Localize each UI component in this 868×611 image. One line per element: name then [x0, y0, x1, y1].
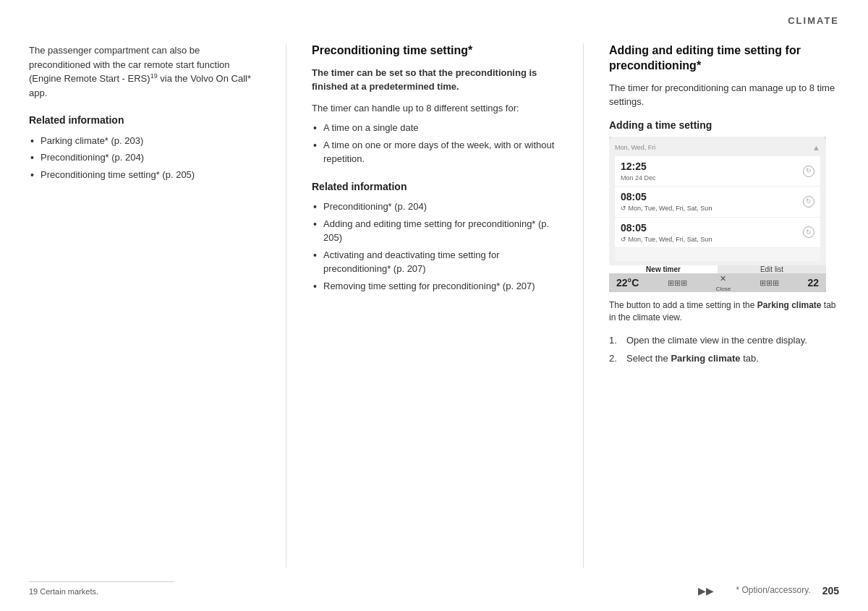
col2-body: The timer can handle up to 8 different s…: [312, 101, 558, 116]
screen-entry-2: 08:05 ↺ Mon, Tue, Wed, Fri, Sat, Sun ↻: [615, 187, 820, 216]
screen-list: Mon, Wed, Fri ▲ 12:25 Mon 24 Dec ↻: [609, 137, 826, 265]
list-item: Removing time setting for preconditionin…: [312, 279, 558, 294]
entry3-time: 08:05: [621, 221, 712, 235]
entry2-time: 08:05: [621, 189, 712, 204]
temp-right: 22: [807, 275, 819, 290]
screen-row-header: Mon, Wed, Fri ▲: [615, 141, 820, 155]
col2-related-heading: Related information: [312, 179, 558, 194]
col-divider-2: [583, 43, 584, 568]
entry3-sub: ↺ Mon, Tue, Wed, Fri, Sat, Sun: [621, 235, 712, 244]
screen-buttons: New timer Edit list: [609, 265, 826, 273]
list-item: A time on a single date: [312, 121, 558, 135]
screen-header-text: Mon, Wed, Fri: [615, 143, 655, 153]
col1-footnote-ref: 19: [150, 72, 158, 80]
col3-heading: Adding and editing time setting for prec…: [609, 43, 839, 74]
new-timer-button[interactable]: New timer: [609, 265, 718, 273]
close-button[interactable]: ✕ Close: [716, 273, 731, 292]
column-2: Preconditioning time setting* The timer …: [312, 43, 558, 568]
edit-list-button[interactable]: Edit list: [718, 265, 826, 273]
list-item: Preconditioning* (p. 204): [29, 150, 260, 165]
screen-bottom-bar: 22°C ⊞⊞⊞ ✕ Close ⊞⊞⊞ 22: [609, 273, 826, 292]
fan-icon-right: ⊞⊞⊞: [760, 278, 779, 289]
fan-icon-left: ⊞⊞⊞: [668, 278, 687, 289]
entry2-icon: ↻: [803, 196, 814, 208]
entry1-icon: ↻: [803, 166, 814, 177]
footer-right: ▶▶ * Option/accessory. 205: [698, 584, 839, 598]
col3-intro: The timer for preconditioning can manage…: [609, 81, 839, 109]
column-3: Adding and editing time setting for prec…: [609, 43, 839, 568]
screen-entry-3: 08:05 ↺ Mon, Tue, Wed, Fri, Sat, Sun ↻: [615, 218, 820, 247]
col1-intro: The passenger compartment can also be pr…: [29, 43, 260, 100]
list-item: Preconditioning time setting* (p. 205): [29, 168, 260, 182]
close-label: Close: [716, 285, 731, 292]
footer-page: * Option/accessory. 205: [736, 584, 839, 598]
screen-caption: The button to add a time setting in the …: [609, 299, 839, 325]
col1-bullet-list: Parking climate* (p. 203) Preconditionin…: [29, 134, 260, 182]
footnote: 19 Certain markets.: [29, 581, 174, 598]
footer-nav: ▶▶: [698, 584, 714, 598]
list-item: Parking climate* (p. 203): [29, 134, 260, 148]
step-2: 2. Select the Parking climate tab.: [609, 351, 839, 366]
col2-intro: The timer can be set so that the precond…: [312, 66, 558, 94]
col1-related-heading: Related information: [29, 113, 260, 127]
screen-entry-1: 12:25 Mon 24 Dec ↻: [615, 156, 820, 186]
column-1: The passenger compartment can also be pr…: [29, 43, 260, 568]
main-content: The passenger compartment can also be pr…: [29, 43, 839, 568]
step-1: 1. Open the climate view in the centre d…: [609, 333, 839, 348]
page-number: 205: [822, 584, 839, 598]
step2-text: Select the Parking climate tab.: [626, 353, 759, 364]
footnote-text: Certain markets.: [40, 587, 98, 596]
footnote-number: 19: [29, 587, 38, 596]
list-item: Preconditioning* (p. 204): [312, 200, 558, 214]
entry2-sub: ↺ Mon, Tue, Wed, Fri, Sat, Sun: [621, 204, 712, 213]
header-title: CLIMATE: [788, 15, 839, 26]
list-item: Activating and deactivating time setting…: [312, 248, 558, 276]
entry1-date: Mon 24 Dec: [621, 174, 656, 183]
list-item: Adding and editing time setting for prec…: [312, 217, 558, 245]
entry1-time: 12:25: [621, 159, 656, 174]
step1-text: Open the climate view in the centre disp…: [626, 335, 807, 346]
scroll-icon: ▲: [812, 142, 820, 154]
col-divider-1: [286, 43, 286, 568]
caption-bold: Parking climate: [757, 300, 822, 310]
col2-time-list: A time on a single date A time on one or…: [312, 121, 558, 166]
screen-image: Mon, Wed, Fri ▲ 12:25 Mon 24 Dec ↻: [609, 137, 826, 292]
entry3-icon: ↻: [803, 226, 814, 238]
col2-heading: Preconditioning time setting*: [312, 43, 558, 59]
col3-sub-heading: Adding a time setting: [609, 118, 839, 132]
col2-related-list: Preconditioning* (p. 204) Adding and edi…: [312, 200, 558, 293]
page-header: CLIMATE: [788, 14, 839, 28]
steps-list: 1. Open the climate view in the centre d…: [609, 333, 839, 366]
list-item: A time on one or more days of the week, …: [312, 138, 558, 166]
page-footer: 19 Certain markets. ▶▶ * Option/accessor…: [29, 581, 839, 598]
temp-left: 22°C: [616, 275, 639, 290]
screen-inner: Mon, Wed, Fri ▲ 12:25 Mon 24 Dec ↻: [609, 137, 826, 292]
footer-info: * Option/accessory.: [736, 584, 810, 597]
partial-row: [615, 248, 820, 261]
